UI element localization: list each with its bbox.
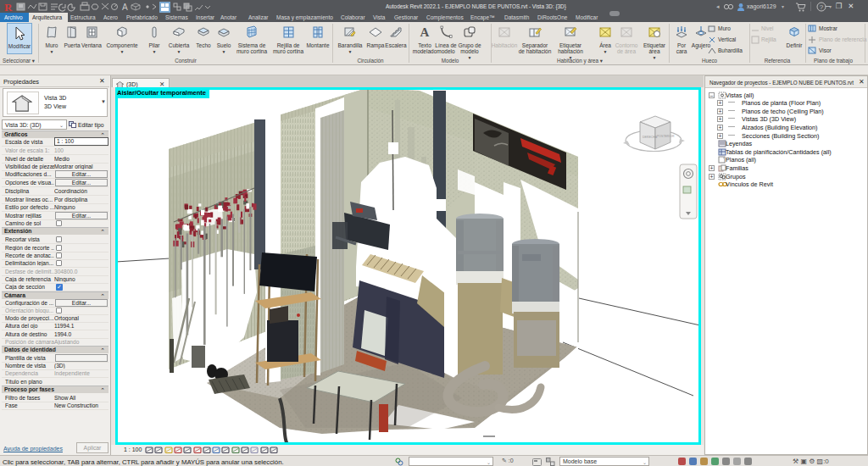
svg-text:R: R [4, 1, 13, 14]
svg-text:A: A [420, 25, 430, 39]
svg-text:A: A [122, 3, 128, 12]
svg-text:DERECHA: DERECHA [643, 136, 658, 139]
svg-text:POSTERIOR: POSTERIOR [657, 135, 675, 138]
svg-text:?: ? [820, 3, 824, 11]
